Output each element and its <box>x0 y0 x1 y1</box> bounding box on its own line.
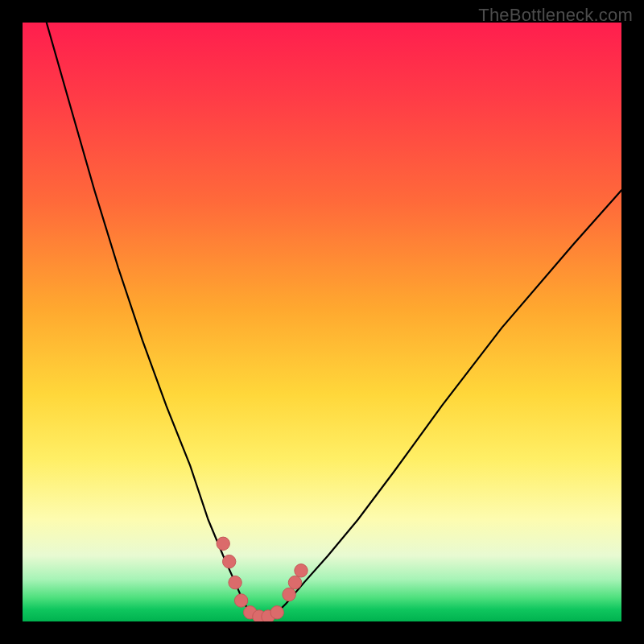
marker-dot <box>223 555 236 568</box>
marker-dot <box>217 537 229 550</box>
marker-dot <box>283 588 295 601</box>
bottleneck-curve <box>47 23 621 618</box>
marker-dot <box>295 564 308 577</box>
marker-dot <box>288 576 301 588</box>
chart-frame: TheBottleneck.com <box>0 0 644 644</box>
curve-layer <box>23 23 621 621</box>
marker-dot <box>229 576 242 588</box>
marker-dot <box>234 594 247 607</box>
marker-dot <box>270 606 283 619</box>
watermark-text: TheBottleneck.com <box>478 5 633 26</box>
plot-area <box>23 23 621 621</box>
highlight-markers <box>217 537 308 621</box>
